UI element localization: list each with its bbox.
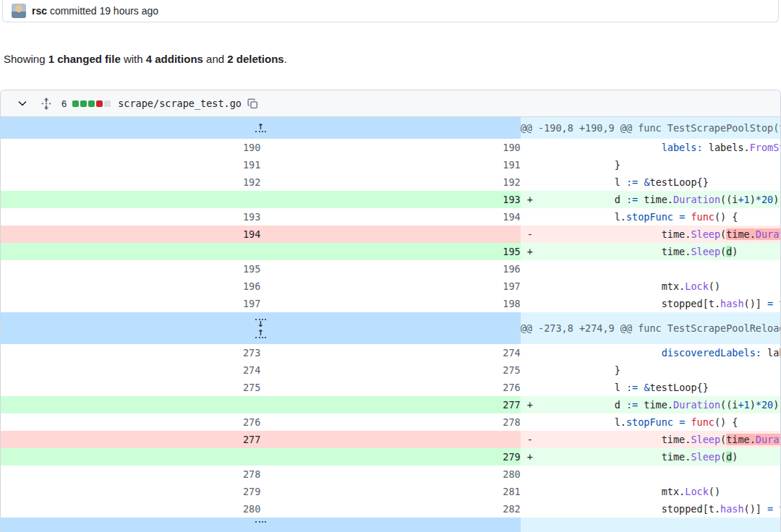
old-line-number[interactable]: 279 [1, 483, 260, 500]
new-line-number[interactable]: 277 [260, 396, 520, 413]
code-token: () { [714, 416, 738, 428]
code-line: stopped[t.hash()] = true [521, 295, 780, 312]
new-line-number[interactable]: 278 [260, 413, 520, 431]
code-token: d [521, 194, 626, 205]
code-token: testLoop{} [650, 176, 709, 188]
code-token: ) [773, 194, 780, 205]
new-line-number[interactable]: 276 [260, 379, 520, 396]
old-line-number[interactable]: 196 [1, 278, 260, 295]
diff-row: 280282 stopped[t.hash()] = true [1, 500, 780, 518]
diff-row: 191191 } [1, 156, 780, 173]
diff-row: 273274 discoveredLabels: labels, [1, 344, 780, 361]
changed-lines-count: 6 [61, 98, 67, 109]
old-line-number[interactable]: 192 [1, 173, 260, 191]
old-line-number[interactable]: 194 [1, 226, 260, 243]
code-token: := [626, 194, 638, 205]
diff-marker: - [527, 431, 533, 448]
old-line-number[interactable]: 273 [1, 344, 260, 361]
new-line-number[interactable] [260, 226, 520, 243]
new-line-number[interactable]: 281 [260, 483, 520, 500]
old-line-number[interactable] [1, 448, 260, 466]
new-line-number[interactable]: 274 [260, 344, 520, 361]
new-line-number[interactable]: 191 [260, 156, 520, 173]
hunk-row: ↓↑@@ -273,8 +274,9 @@ func TestScrapePoo… [1, 312, 780, 344]
code-token: ( [720, 434, 726, 445]
diffstat-square [80, 100, 87, 107]
code-token: stopped[t. [521, 298, 720, 309]
code-token: Duration [673, 399, 720, 411]
diffstat-square [72, 100, 79, 107]
diffstat-squares [72, 100, 111, 107]
code-token: = [767, 503, 773, 515]
fold-dots-icon[interactable] [255, 521, 266, 523]
old-line-number[interactable]: 274 [1, 361, 260, 379]
fold-down-icon[interactable]: ↓ [255, 319, 266, 327]
unfold-icon[interactable] [41, 98, 51, 110]
new-line-number[interactable]: 279 [260, 448, 520, 466]
code-token: time. [726, 228, 756, 240]
old-line-number[interactable]: 280 [1, 500, 260, 518]
old-line-number[interactable]: 276 [1, 413, 260, 431]
chevron-down-icon[interactable] [17, 98, 28, 109]
code-token: = [767, 298, 773, 309]
code-token: *20 [756, 399, 773, 411]
new-line-number[interactable]: 196 [260, 260, 520, 278]
new-line-number[interactable]: 192 [260, 173, 520, 191]
new-line-number[interactable]: 193 [260, 191, 520, 208]
code-line: } [521, 156, 780, 173]
code-token: func [691, 211, 714, 223]
old-line-number[interactable]: 191 [1, 156, 260, 173]
new-line-number[interactable]: 275 [260, 361, 520, 379]
code-token: stopFunc [626, 211, 673, 223]
avatar[interactable] [12, 4, 26, 18]
diff-row: 279281 mtx.Lock() [1, 483, 780, 500]
new-line-number[interactable] [260, 431, 520, 448]
code-token: Duration [673, 194, 720, 205]
code-token: d [521, 399, 626, 411]
code-token: func [691, 416, 714, 428]
new-line-number[interactable]: 194 [260, 208, 520, 226]
copy-icon[interactable] [247, 98, 258, 109]
code-token: ) [750, 194, 756, 205]
expand-gutter[interactable]: ↑ [1, 117, 521, 139]
diff-row: 194- time.Sleep(time.Duration(i*20) * ti… [1, 226, 780, 243]
old-line-number[interactable]: 277 [1, 431, 260, 448]
old-line-number[interactable]: 275 [1, 379, 260, 396]
new-line-number[interactable]: 195 [260, 243, 520, 260]
code-token: Sleep [691, 228, 720, 240]
old-line-number[interactable]: 278 [1, 466, 260, 483]
code-token: time. [638, 194, 673, 205]
code-token: l. [521, 416, 626, 428]
fold-up-icon[interactable]: ↑ [255, 124, 266, 132]
old-line-number[interactable]: 190 [1, 139, 260, 156]
code-token: discoveredLabels: [662, 347, 761, 359]
file-name-link[interactable]: scrape/scrape_test.go [118, 98, 242, 109]
code-token: } [521, 159, 620, 171]
new-line-number[interactable]: 197 [260, 278, 520, 295]
new-line-number[interactable]: 280 [260, 466, 520, 483]
code-token: true [779, 298, 780, 309]
old-line-number[interactable]: 197 [1, 295, 260, 312]
new-line-number[interactable]: 190 [260, 139, 520, 156]
code-line [521, 260, 780, 278]
old-line-number[interactable]: 195 [1, 260, 260, 278]
new-line-number[interactable]: 198 [260, 295, 520, 312]
fold-up-icon[interactable]: ↑ [255, 330, 266, 338]
new-line-number[interactable]: 282 [260, 500, 520, 518]
old-line-number[interactable] [1, 191, 260, 208]
code-token: := [626, 176, 638, 188]
code-token: Duration [756, 434, 780, 445]
code-token: *20 [756, 194, 773, 205]
old-line-number[interactable] [1, 396, 260, 413]
expand-gutter[interactable]: ↓↑ [1, 312, 521, 344]
old-line-number[interactable]: 193 [1, 208, 260, 226]
code-line: - time.Sleep(time.Duration(i*20) * time.… [521, 431, 780, 448]
old-line-number[interactable] [1, 243, 260, 260]
code-token: hash [720, 503, 744, 515]
commit-author[interactable]: rsc [32, 5, 47, 17]
diff-row: 274275 } [1, 361, 780, 379]
hunk-header: @@ -190,8 +190,9 @@ func TestScrapePoolS… [521, 117, 780, 139]
file-header: 6 scrape/scrape_test.go [1, 90, 780, 117]
code-token: & [644, 382, 649, 393]
expand-gutter[interactable] [1, 518, 521, 532]
